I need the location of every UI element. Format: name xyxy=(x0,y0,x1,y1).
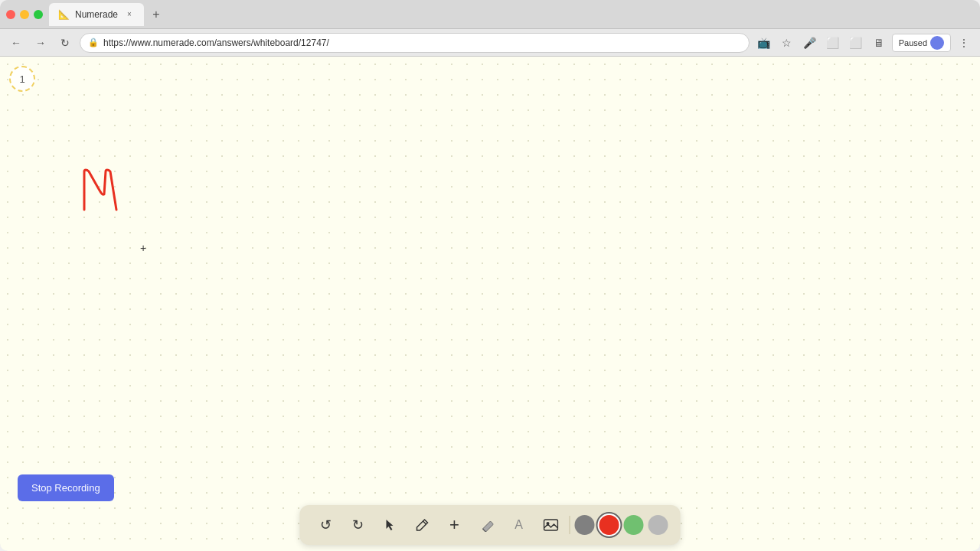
drawing-toolbar: ↺ ↻ + A xyxy=(300,505,681,545)
tab-close-button[interactable]: × xyxy=(124,9,135,20)
title-bar: 📐 Numerade × + xyxy=(0,0,980,29)
add-tool-button[interactable]: + xyxy=(441,511,469,539)
toolbar-separator xyxy=(570,516,570,534)
color-gray-swatch[interactable] xyxy=(575,515,595,535)
refresh-button[interactable]: ↻ xyxy=(55,33,75,53)
pen-icon xyxy=(416,518,430,532)
extension2-icon[interactable]: ⬜ xyxy=(846,33,866,53)
lock-icon: 🔒 xyxy=(88,37,99,47)
address-bar: ← → ↻ 🔒 https://www.numerade.com/answers… xyxy=(0,29,980,57)
color-red-swatch[interactable] xyxy=(599,515,619,535)
new-tab-button[interactable]: + xyxy=(147,5,165,24)
tab-bar: 📐 Numerade × + xyxy=(49,3,974,26)
back-button[interactable]: ← xyxy=(6,33,26,53)
menu-icon[interactable]: ⋮ xyxy=(954,33,974,53)
redo-button[interactable]: ↻ xyxy=(345,511,372,539)
page-indicator: 1 xyxy=(9,66,35,92)
user-avatar xyxy=(930,36,944,50)
canvas-drawing xyxy=(77,164,138,220)
cursor-icon xyxy=(384,518,397,532)
undo-button[interactable]: ↺ xyxy=(312,511,340,539)
image-tool-button[interactable] xyxy=(537,511,565,539)
maximize-button[interactable] xyxy=(34,10,43,19)
url-bar[interactable]: 🔒 https://www.numerade.com/answers/white… xyxy=(80,33,750,53)
cursor-crosshair-icon: + xyxy=(140,242,146,254)
color-green-swatch[interactable] xyxy=(624,515,644,535)
bookmark-icon[interactable]: ☆ xyxy=(777,33,797,53)
browser-window: 📐 Numerade × + ← → ↻ 🔒 https://www.numer… xyxy=(0,0,980,551)
stop-recording-button[interactable]: Stop Recording xyxy=(18,474,114,501)
drawn-letter-n xyxy=(77,164,138,217)
select-tool-button[interactable] xyxy=(377,511,404,539)
pen-tool-button[interactable] xyxy=(409,511,436,539)
active-tab[interactable]: 📐 Numerade × xyxy=(49,3,144,26)
text-tool-button[interactable]: A xyxy=(505,511,533,539)
extension1-icon[interactable]: ⬜ xyxy=(823,33,843,53)
tab-title: Numerade xyxy=(75,9,118,20)
svg-line-0 xyxy=(423,521,426,524)
paused-label: Paused xyxy=(899,38,927,47)
window-controls xyxy=(6,10,43,19)
paused-badge[interactable]: Paused xyxy=(892,34,951,52)
mic-icon[interactable]: 🎤 xyxy=(800,33,820,53)
svg-rect-2 xyxy=(544,520,558,530)
tab-favicon-icon: 📐 xyxy=(58,9,69,20)
minimize-button[interactable] xyxy=(20,10,29,19)
page-number: 1 xyxy=(19,73,24,85)
close-button[interactable] xyxy=(6,10,15,19)
forward-button[interactable]: → xyxy=(31,33,51,53)
eraser-tool-button[interactable] xyxy=(473,511,501,539)
color-lightgray-swatch[interactable] xyxy=(648,515,668,535)
eraser-icon xyxy=(480,518,494,532)
screen-icon[interactable]: 🖥 xyxy=(869,33,889,53)
cast-icon[interactable]: 📺 xyxy=(754,33,774,53)
image-icon xyxy=(544,518,559,532)
url-text: https://www.numerade.com/answers/whitebo… xyxy=(103,37,329,48)
whiteboard-canvas[interactable]: 1 + Stop Recording ↺ ↻ xyxy=(0,57,980,551)
browser-toolbar-right: 📺 ☆ 🎤 ⬜ ⬜ 🖥 Paused ⋮ xyxy=(754,33,974,53)
